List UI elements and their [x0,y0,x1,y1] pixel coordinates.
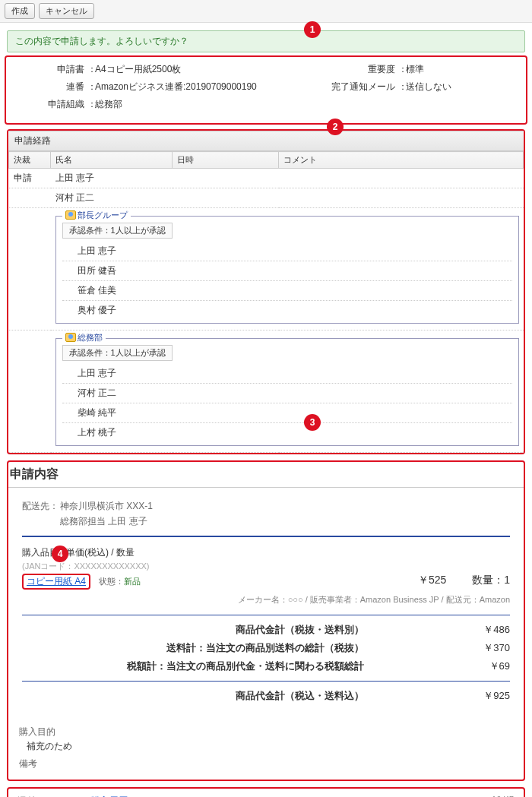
summary-block: 申請書 ： A4コピー用紙2500枚 連番 ： Amazonビジネス連番:201… [5,55,527,125]
jan-code: (JANコード：XXXXXXXXXXXXX) [22,561,510,572]
col-name: 氏名 [51,152,173,169]
approval-condition: 承認条件：1人以上が承認 [62,345,173,361]
summary-seq-value: Amazonビジネス連番:20190709000190 [95,81,257,93]
group-icon [65,210,76,220]
summary-importance-label: 重要度 [326,63,398,76]
ship-address: 神奈川県横浜市 XXX-1 [60,501,153,511]
summary-title-value: A4コピー用紙2500枚 [95,63,181,76]
summary-mail-value: 送信しない [406,81,451,93]
total-label: 商品代金計（税抜・送料別） [113,623,364,637]
summary-mail-label: 完了通知メール [326,81,398,93]
divider [22,615,510,615]
purpose-label: 購入目的 [19,726,513,738]
items-label: 購入品目 / 単価(税込) / 数量 [22,546,510,559]
group-member: 柴崎 純平 [62,403,512,423]
state-label: 状態： [99,577,124,586]
total-value: ￥486 [434,623,510,637]
marker-4: 4 [52,546,68,562]
cancel-button[interactable]: キャンセル [39,3,94,19]
divider [22,681,510,682]
product-link[interactable]: コピー用紙 A4 [27,576,86,587]
total-value: ￥69 [434,659,510,673]
ship-person: 総務部担当 上田 恵子 [22,514,510,529]
marker-3: 3 [304,414,321,431]
product-meta: メーカー名：○○○ / 販売事業者：Amazon Business JP / 配… [22,594,510,606]
total-label: 税額計：当注文の商品別代金・送料に関わる税額総計 [113,659,364,673]
group-member: 田所 健吾 [62,261,512,281]
group-member: 河村 正二 [62,384,512,403]
marker-2: 2 [327,119,344,135]
divider [22,536,510,537]
applicant-name: 上田 恵子 [51,169,173,188]
total-value: ￥370 [434,641,510,655]
content-heading: 申請内容 [8,462,524,488]
create-button[interactable]: 作成 [5,3,35,19]
attachment-block: 添付ファイル ： 購入履歴.xlsx 16 KB [7,787,525,797]
route-table: 決裁 氏名 日時 コメント 申請 上田 恵子 河村 正二 [8,151,524,453]
route-title: 申請経路 [8,131,524,151]
remark-label: 備考 [19,757,513,770]
applicant-name: 河村 正二 [51,188,173,208]
approval-group: 総務部 承認条件：1人以上が承認 上田 恵子 河村 正二 柴崎 純平 上村 桃子 [55,338,519,446]
approval-condition: 承認条件：1人以上が承認 [62,223,173,239]
group-member: 上田 恵子 [62,242,512,261]
col-comment: コメント [279,152,524,169]
grand-total-value: ￥925 [434,689,510,703]
summary-org-label: 申請組織 [15,98,87,111]
group-name: 部長グループ [78,210,128,220]
confirm-message: この内容で申請します。よろしいですか？ [7,30,525,52]
ship-label: 配送先： [22,498,60,514]
summary-importance-value: 標準 [406,63,424,76]
purpose-value: 補充のため [27,740,513,753]
group-member: 上村 桃子 [62,423,512,442]
summary-title-label: 申請書 [15,63,87,76]
qty-label: 数量： [472,574,504,586]
group-name: 総務部 [78,333,103,342]
route-block: 申請経路 決裁 氏名 日時 コメント 申請 上田 恵子 河村 正二 [7,129,525,454]
col-decision: 決裁 [9,152,51,169]
content-block: 申請内容 配送先：神奈川県横浜市 XXX-1 総務部担当 上田 恵子 購入品目 … [7,460,525,781]
marker-1: 1 [304,21,321,38]
summary-seq-label: 連番 [15,81,87,93]
unit-price: ￥525 [418,574,446,586]
group-member: 上田 恵子 [62,364,512,384]
grand-total-label: 商品代金計（税込・送料込） [113,689,364,703]
total-label: 送料計：当注文の商品別送料の総計（税抜） [113,641,364,655]
group-member: 笹倉 佳美 [62,281,512,301]
group-member: 奥村 優子 [62,301,512,320]
state-value: 新品 [124,577,141,586]
summary-org-value: 総務部 [95,98,122,111]
approval-group: 部長グループ 承認条件：1人以上が承認 上田 恵子 田所 健吾 笹倉 佳美 奥村… [55,216,519,324]
group-icon [65,333,76,342]
qty-value: 1 [504,574,510,586]
col-date: 日時 [173,152,279,169]
apply-label: 申請 [9,169,51,188]
